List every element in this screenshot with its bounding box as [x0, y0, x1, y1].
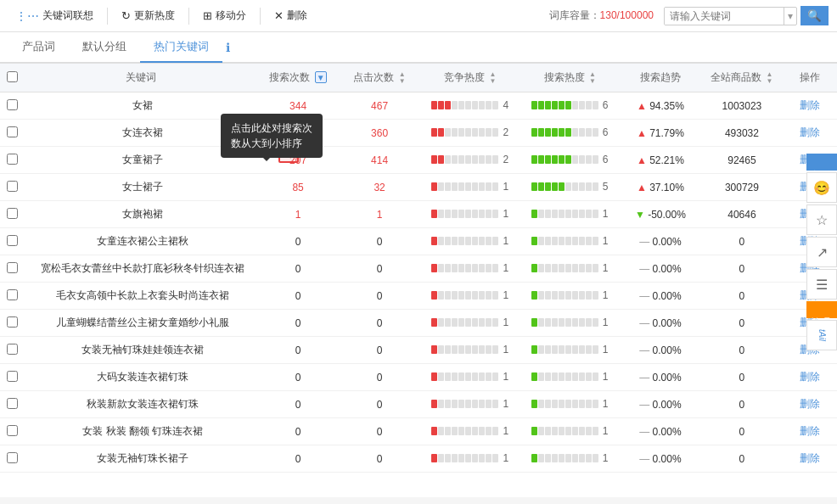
- keyword-input[interactable]: [665, 8, 784, 25]
- tab-default[interactable]: 默认分组: [69, 32, 140, 63]
- cell-action[interactable]: 删除: [783, 391, 837, 418]
- sort-click-btn[interactable]: ▲ ▼: [399, 71, 406, 85]
- cursor-btn[interactable]: ↗: [806, 237, 837, 267]
- message-center-btn[interactable]: 消息中心: [806, 154, 837, 171]
- cell-total: 300729: [701, 174, 783, 201]
- move-button[interactable]: ⊞ 移动分: [196, 5, 253, 26]
- row-checkbox[interactable]: [7, 344, 18, 355]
- cell-keyword: 秋装新款女装连衣裙钉珠: [25, 391, 257, 418]
- update-heat-button[interactable]: ↻ 更新热度: [115, 5, 182, 26]
- compete-bar: [445, 454, 451, 462]
- hot-bar: [586, 264, 592, 272]
- header-hot[interactable]: 搜索热度 ▲ ▼: [520, 64, 619, 92]
- row-delete-btn[interactable]: 删除: [800, 371, 820, 383]
- header-click[interactable]: 点击次数 ▲ ▼: [339, 64, 420, 92]
- hot-bar: [579, 345, 585, 354]
- compete-bar: [465, 291, 471, 300]
- cell-compete: 1: [420, 337, 520, 364]
- trend-icon: —: [639, 372, 649, 384]
- cell-hot: 6: [520, 147, 619, 174]
- hot-bar: [552, 318, 558, 327]
- row-delete-btn[interactable]: 删除: [800, 398, 820, 410]
- row-checkbox[interactable]: [7, 425, 18, 436]
- hot-bar: [559, 372, 565, 381]
- search-button[interactable]: 🔍: [800, 6, 829, 25]
- compete-bar: [458, 372, 464, 381]
- sort-search-desc-btn[interactable]: ▼: [315, 71, 327, 83]
- compete-bar: [458, 182, 464, 191]
- hot-bar: [552, 155, 558, 164]
- hot-bar: [565, 427, 571, 435]
- keyword-inspire-button[interactable]: ⋮⋯ 关键词联想: [8, 5, 100, 26]
- feedback-btn[interactable]: 意见反馈: [806, 301, 837, 318]
- select-all-checkbox[interactable]: [7, 71, 18, 82]
- cell-action[interactable]: 删除: [783, 120, 837, 147]
- hot-bar: [593, 264, 598, 272]
- row-checkbox[interactable]: [7, 235, 18, 246]
- hot-bar: [545, 372, 551, 381]
- trend-value: 52.21%: [649, 154, 684, 166]
- row-checkbox[interactable]: [7, 126, 18, 137]
- cell-total: 0: [701, 445, 783, 473]
- input-dropdown-arrow[interactable]: ▾: [784, 8, 796, 25]
- compete-bar: [472, 237, 478, 245]
- cell-action[interactable]: 删除: [783, 364, 837, 391]
- hot-bar: [572, 454, 578, 462]
- row-checkbox[interactable]: [7, 289, 18, 300]
- cell-trend: ▼ -50.00%: [620, 201, 701, 228]
- compete-bar: [486, 264, 492, 272]
- star-btn[interactable]: ☆: [806, 204, 837, 235]
- hot-bar: [586, 345, 592, 354]
- cell-action[interactable]: 删除: [783, 92, 837, 120]
- menu-btn[interactable]: ☰: [806, 269, 837, 300]
- row-delete-btn[interactable]: 删除: [800, 425, 820, 437]
- row-delete-btn[interactable]: 删除: [800, 452, 820, 464]
- cell-search: 0: [257, 310, 339, 337]
- compete-bar: [438, 372, 444, 381]
- cell-action[interactable]: 删除: [783, 445, 837, 473]
- compete-bar: [479, 345, 485, 354]
- compete-bar: [465, 318, 471, 327]
- sort-hot-btn[interactable]: ▲ ▼: [589, 71, 596, 85]
- row-checkbox[interactable]: [7, 262, 18, 273]
- row-checkbox[interactable]: [7, 371, 18, 382]
- compete-bar: [458, 155, 464, 164]
- cell-keyword: 毛衣女高领中长款上衣套头时尚连衣裙: [25, 283, 257, 310]
- tail-btn[interactable]: tAil: [806, 320, 837, 350]
- tab-hot[interactable]: 热门关键词: [140, 32, 222, 63]
- row-checkbox[interactable]: [7, 316, 18, 328]
- hot-bar: [545, 155, 551, 164]
- capacity-label: 词库容量：130/100000: [549, 8, 654, 23]
- info-icon[interactable]: ℹ: [226, 41, 230, 54]
- row-checkbox[interactable]: [7, 99, 18, 110]
- hot-bar: [579, 264, 585, 272]
- row-delete-btn[interactable]: 删除: [800, 126, 820, 138]
- sort-total-btn[interactable]: ▲ ▼: [767, 71, 773, 85]
- cell-keyword: 女装无袖钉珠娃娃领连衣裙: [25, 337, 257, 364]
- delete-button[interactable]: ✕ 删除: [267, 5, 314, 26]
- row-checkbox[interactable]: [7, 154, 18, 165]
- tab-product[interactable]: 产品词: [8, 32, 69, 63]
- row-checkbox[interactable]: [7, 208, 18, 219]
- row-checkbox[interactable]: [7, 398, 18, 409]
- row-checkbox[interactable]: [7, 452, 18, 463]
- row-checkbox[interactable]: [7, 181, 18, 192]
- hot-bar: [593, 427, 598, 435]
- row-delete-btn[interactable]: 删除: [800, 99, 820, 111]
- sort-compete-btn[interactable]: ▲ ▼: [490, 71, 497, 85]
- cell-action[interactable]: 删除: [783, 418, 837, 445]
- table-row: 宽松毛衣女蕾丝中长款打底衫秋冬针织连衣裙0011— 0.00%0删除: [0, 255, 837, 283]
- header-compete[interactable]: 竞争热度 ▲ ▼: [420, 64, 520, 92]
- emoji-btn[interactable]: 😊: [806, 172, 837, 203]
- compete-bar: [431, 400, 437, 408]
- compete-bar: [492, 237, 498, 245]
- header-search[interactable]: 搜索次数 ▼: [257, 64, 339, 92]
- compete-bar: [472, 427, 478, 435]
- hot-bar: [552, 237, 558, 245]
- compete-bar: [458, 237, 464, 245]
- compete-bar: [445, 155, 451, 164]
- cell-trend: ▲ 52.21%: [620, 147, 701, 174]
- header-total[interactable]: 全站商品数 ▲ ▼: [701, 64, 783, 92]
- compete-bar: [479, 427, 485, 435]
- cell-hot: 1: [520, 445, 619, 473]
